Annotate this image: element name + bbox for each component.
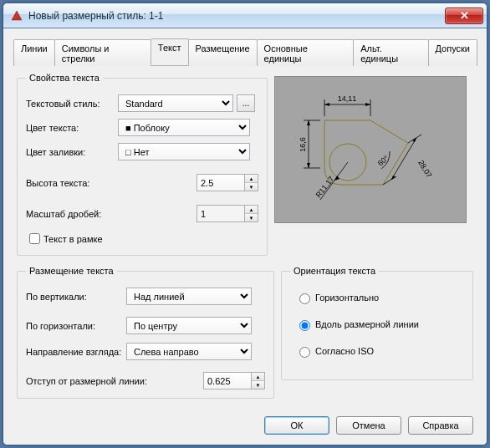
label-text-style: Текстовый стиль: [26,99,118,109]
select-text-style[interactable]: Standard [118,94,233,112]
tab-tol[interactable]: Допуски [428,39,477,66]
group-text-placement: Размещение текста По вертикали: Над лини… [17,266,274,399]
dim-top: 14,11 [338,94,357,103]
legend-appearance: Свойства текста [26,73,103,83]
tab-alt[interactable]: Альт. единицы [353,39,428,66]
radio-aligned[interactable] [299,320,310,331]
label-vertical: По вертикали: [26,292,126,302]
select-text-color[interactable]: ■ Поблоку [118,119,250,136]
titlebar: Новый размерный стиль: 1-1 ✕ [3,3,487,28]
help-button[interactable]: Справка [408,416,473,435]
checkbox-text-frame[interactable] [29,233,40,244]
client-area: Линии Символы и стрелки Текст Размещение… [3,28,487,445]
input-fraction-scale[interactable] [197,205,245,222]
radio-horizontal[interactable] [299,293,310,304]
close-icon: ✕ [460,9,469,22]
tab-symbols[interactable]: Символы и стрелки [54,39,151,66]
select-horizontal[interactable]: По центру [126,317,252,334]
legend-placement: Размещение текста [26,266,117,276]
radio-label-iso: Согласно ISO [315,346,374,356]
label-horizontal: По горизонтали: [26,321,126,331]
spinner-text-height[interactable]: ▲▼ [245,174,258,191]
label-text-frame: Текст в рамке [43,234,103,244]
browse-style-button[interactable]: ... [237,94,255,112]
label-offset: Отступ от размерной линии: [26,376,176,386]
label-text-height: Высота текста: [26,178,135,188]
ok-button[interactable]: ОК [264,416,329,435]
dialog-window: Новый размерный стиль: 1-1 ✕ Линии Симво… [3,3,487,445]
preview-pane: 14,11 16,6 28,07 [274,76,467,223]
select-view-direction[interactable]: Слева направо [126,343,252,360]
tab-text[interactable]: Текст [151,38,189,65]
cancel-button[interactable]: Отмена [336,416,401,435]
tab-body: Свойства текста Текстовый стиль: Standar… [13,66,477,408]
app-icon [10,9,23,23]
label-view-direction: Направление взгляда: [26,347,126,357]
radio-label-horizontal: Горизонтально [315,293,379,303]
spinner-offset[interactable]: ▲▼ [252,372,265,389]
spinner-fraction-scale[interactable]: ▲▼ [245,205,258,222]
group-text-appearance: Свойства текста Текстовый стиль: Standar… [17,73,268,256]
button-row: ОК Отмена Справка [13,408,477,438]
tab-fit[interactable]: Размещение [188,39,258,66]
legend-orientation: Ориентация текста [290,266,379,276]
radio-iso[interactable] [299,347,310,358]
dim-left: 16,6 [299,137,307,152]
tab-primary[interactable]: Основные единицы [257,39,355,66]
label-fill-color: Цвет заливки: [26,147,118,157]
group-text-orientation: Ориентация текста Горизонтально Вдоль ра… [281,266,473,380]
input-text-height[interactable] [197,174,245,191]
window-title: Новый размерный стиль: 1-1 [28,10,445,22]
select-vertical[interactable]: Над линией [126,288,252,305]
tab-lines[interactable]: Линии [13,39,55,66]
tab-strip: Линии Символы и стрелки Текст Размещение… [13,38,477,66]
close-button[interactable]: ✕ [445,8,483,24]
label-fraction-scale: Масштаб дробей: [26,209,135,219]
input-offset[interactable] [203,372,252,389]
select-fill-color[interactable]: □ Нет [118,143,250,160]
radio-label-aligned: Вдоль размерной линии [315,319,419,329]
label-text-color: Цвет текста: [26,123,118,133]
